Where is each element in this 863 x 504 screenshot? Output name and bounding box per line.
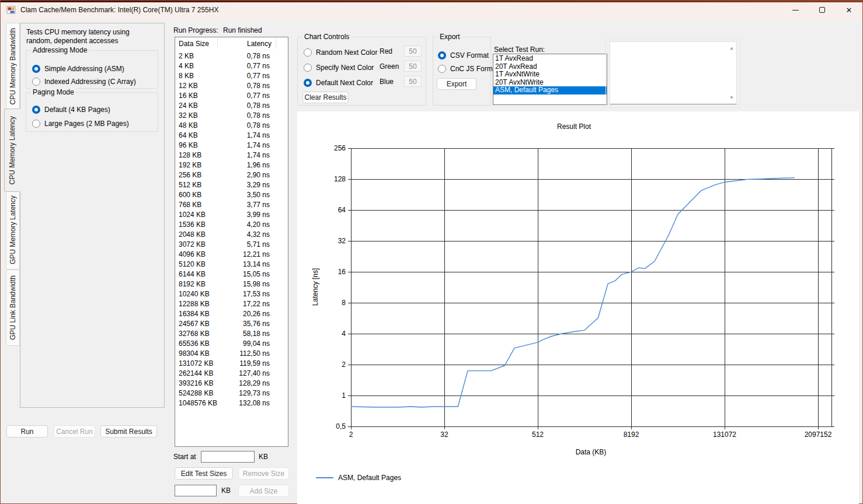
cell-data-size: 8 KB xyxy=(175,71,214,81)
table-row[interactable]: 4096 KB12,21 ns xyxy=(175,250,288,260)
start-at-input[interactable] xyxy=(201,451,255,463)
export-button[interactable]: Export xyxy=(437,78,476,90)
radio-default-next-color[interactable]: Default Next Color xyxy=(304,78,373,88)
minimize-button[interactable] xyxy=(782,1,809,19)
app-icon xyxy=(6,5,16,15)
table-row[interactable]: 65536 KB99,04 ns xyxy=(175,339,288,349)
cell-data-size: 32768 KB xyxy=(175,329,214,339)
table-row[interactable]: 8 KB0,77 ns xyxy=(175,71,288,81)
cell-data-size: 12 KB xyxy=(175,81,214,91)
add-size-input[interactable] xyxy=(175,485,217,496)
cell-data-size: 65536 KB xyxy=(175,339,214,349)
radio-random-next-color[interactable]: Random Next Color xyxy=(304,48,377,57)
table-row[interactable]: 131072 KB119,59 ns xyxy=(175,359,288,369)
scroll-up-icon[interactable]: ▲ xyxy=(727,43,736,52)
cell-data-size: 8192 KB xyxy=(175,279,214,289)
tab-gpu-memory-latency[interactable]: GPU Memory Latency xyxy=(6,191,20,270)
tab-cpu-memory-latency[interactable]: CPU Memory Latency xyxy=(4,108,20,192)
table-row[interactable]: 16384 KB20,26 ns xyxy=(175,309,288,319)
table-row[interactable]: 524288 KB129,73 ns xyxy=(175,388,288,398)
column-header-data-size[interactable]: Data Size xyxy=(179,40,209,48)
table-row[interactable]: 3072 KB5,71 ns xyxy=(175,240,288,250)
results-table[interactable]: Data Size Latency 2 KB0,78 ns4 KB0,77 ns… xyxy=(175,37,288,447)
table-row[interactable]: 12288 KB17,22 ns xyxy=(175,299,288,309)
test-run-item-1t-avxread[interactable]: 1T AvxRead xyxy=(493,55,607,63)
close-button[interactable]: ✕ xyxy=(836,1,862,19)
radio-simple-addressing-asm[interactable]: Simple Addressing (ASM) xyxy=(32,64,124,74)
cell-data-size: 24 KB xyxy=(175,101,214,111)
cell-data-size: 16384 KB xyxy=(175,309,214,319)
tab-cpu-memory-bandwidth[interactable]: CPU Memory Bandwidth xyxy=(6,23,20,110)
radio-specify-next-color[interactable]: Specify Next Color xyxy=(304,63,374,72)
column-header-latency[interactable]: Latency xyxy=(247,40,272,48)
table-row[interactable]: 128 KB1,74 ns xyxy=(175,150,288,160)
table-row[interactable]: 600 KB3,50 ns xyxy=(175,190,288,200)
table-row[interactable]: 96 KB1,74 ns xyxy=(175,141,288,150)
submit-results-button[interactable]: Submit Results xyxy=(100,425,157,438)
remove-size-button[interactable]: Remove Size xyxy=(238,467,289,480)
scroll-down-icon[interactable]: ▼ xyxy=(727,93,736,102)
table-row[interactable]: 393216 KB128,29 ns xyxy=(175,379,288,388)
cancel-run-button[interactable]: Cancel Run xyxy=(54,425,95,438)
cell-latency: 1,74 ns xyxy=(214,141,273,150)
table-row[interactable]: 24567 KB35,76 ns xyxy=(175,319,288,329)
radio-unselected-icon xyxy=(304,48,312,57)
table-row[interactable]: 12 KB0,78 ns xyxy=(175,81,288,91)
test-description: Tests CPU memory latency using random, d… xyxy=(26,28,154,46)
chart-controls-group-label: Chart Controls xyxy=(302,33,351,41)
cell-latency: 17,53 ns xyxy=(214,289,273,299)
y-axis-label: Latency [ns] xyxy=(311,268,319,306)
clear-results-button[interactable]: Clear Results xyxy=(302,92,349,103)
table-row[interactable]: 256 KB2,90 ns xyxy=(175,170,288,180)
radio-indexed-addressing-c-array[interactable]: Indexed Addressing (C Array) xyxy=(32,77,136,86)
table-row[interactable]: 262144 KB127,40 ns xyxy=(175,369,288,379)
test-run-listbox[interactable]: 1T AvxRead20T AvxRead1T AvxNtWrite20T Av… xyxy=(493,54,607,105)
color-green-input[interactable] xyxy=(404,61,422,72)
color-blue-input[interactable] xyxy=(404,76,422,87)
tab-gpu-link-bandwidth[interactable]: GPU Link Bandwidth xyxy=(6,270,20,346)
table-row[interactable]: 4 KB0,77 ns xyxy=(175,61,288,71)
table-row[interactable]: 10240 KB17,53 ns xyxy=(175,289,288,299)
table-row[interactable]: 6144 KB15,05 ns xyxy=(175,270,288,279)
cell-latency: 112,50 ns xyxy=(214,349,273,359)
table-row[interactable]: 768 KB3,77 ns xyxy=(175,200,288,210)
test-run-item-20t-avxread[interactable]: 20T AvxRead xyxy=(493,63,607,71)
radio-large-pages-2-mb-pages[interactable]: Large Pages (2 MB Pages) xyxy=(32,119,129,128)
table-row[interactable]: 1536 KB4,20 ns xyxy=(175,220,288,230)
paging-mode-group-label: Paging Mode xyxy=(31,88,76,96)
test-run-item-20t-avxntwrite[interactable]: 20T AvxNtWrite xyxy=(493,79,607,87)
table-row[interactable]: 48 KB0,78 ns xyxy=(175,121,288,131)
export-output-box[interactable]: ▲ ▼ xyxy=(610,41,737,104)
cell-data-size: 600 KB xyxy=(175,190,214,200)
table-row[interactable]: 8192 KB15,98 ns xyxy=(175,279,288,289)
table-row[interactable]: 16 KB0,77 ns xyxy=(175,91,288,101)
maximize-button[interactable] xyxy=(809,1,836,19)
cell-latency: 15,98 ns xyxy=(214,279,273,289)
table-row[interactable]: 1048576 KB132,08 ns xyxy=(175,398,288,408)
cell-data-size: 24567 KB xyxy=(175,319,214,329)
table-row[interactable]: 98304 KB112,50 ns xyxy=(175,349,288,359)
table-row[interactable]: 2 KB0,78 ns xyxy=(175,51,288,61)
test-run-item-1t-avxntwrite[interactable]: 1T AvxNtWrite xyxy=(493,71,607,79)
table-row[interactable]: 32768 KB58,18 ns xyxy=(175,329,288,339)
edit-test-sizes-button[interactable]: Edit Test Sizes xyxy=(175,467,233,480)
table-row[interactable]: 1024 KB3,99 ns xyxy=(175,210,288,220)
radio-csv-format[interactable]: CSV Format xyxy=(438,51,489,60)
table-row[interactable]: 32 KB0,78 ns xyxy=(175,111,288,121)
table-row[interactable]: 64 KB1,74 ns xyxy=(175,131,288,141)
color-red-input[interactable] xyxy=(404,46,422,57)
test-run-item-asm-default-pages[interactable]: ASM, Default Pages xyxy=(493,86,607,94)
cell-data-size: 10240 KB xyxy=(175,289,214,299)
table-row[interactable]: 24 KB0,78 ns xyxy=(175,101,288,111)
run-button[interactable]: Run xyxy=(6,425,48,438)
table-row[interactable]: 5120 KB13,14 ns xyxy=(175,260,288,270)
radio-default-4-kb-pages[interactable]: Default (4 KB Pages) xyxy=(32,105,110,114)
table-row[interactable]: 512 KB3,29 ns xyxy=(175,180,288,190)
table-row[interactable]: 192 KB1,96 ns xyxy=(175,160,288,170)
table-row[interactable]: 2048 KB4,32 ns xyxy=(175,230,288,240)
cell-data-size: 4096 KB xyxy=(175,250,214,260)
radio-cnc-js-format[interactable]: CnC JS Format xyxy=(438,64,499,74)
export-output-scrollbar[interactable]: ▲ ▼ xyxy=(727,42,736,103)
add-size-button[interactable]: Add Size xyxy=(238,485,289,497)
cell-latency: 127,40 ns xyxy=(214,369,273,379)
